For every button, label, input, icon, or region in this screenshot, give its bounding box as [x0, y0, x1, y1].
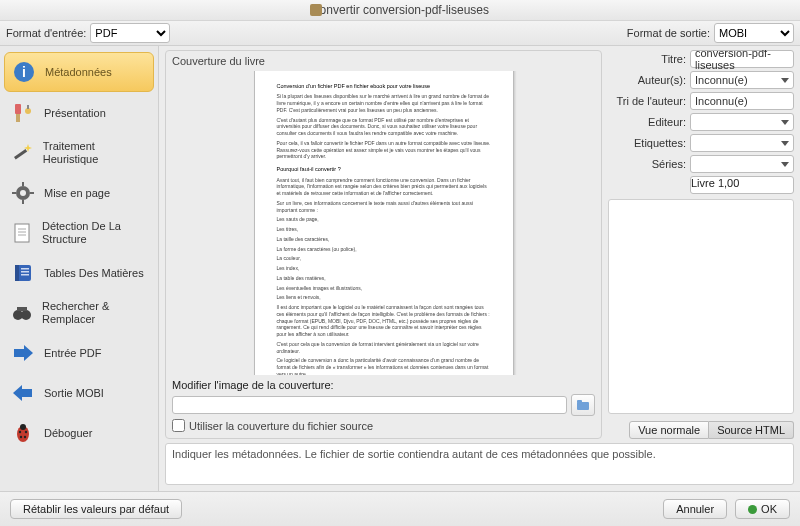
restore-defaults-button[interactable]: Rétablir les valeurs par défaut — [10, 499, 182, 519]
cover-panel: Couverture du livre Conversion d'un fich… — [165, 50, 602, 439]
wand-icon — [10, 140, 35, 166]
format-bar: Format d'entrée: PDF Format de sortie: M… — [0, 21, 800, 46]
comments-editor[interactable] — [608, 199, 794, 414]
annuler-button[interactable]: Annuler — [663, 499, 727, 519]
sidebar-item-label: Rechercher & Remplacer — [42, 300, 148, 325]
svg-rect-6 — [14, 149, 27, 159]
titre-label: Titre: — [608, 53, 686, 65]
arrow-right-icon — [10, 340, 36, 366]
svg-rect-10 — [22, 182, 24, 186]
window-title: Convertir conversion-pdf-liseuses — [311, 3, 489, 17]
svg-rect-11 — [22, 200, 24, 204]
svg-point-30 — [19, 431, 21, 433]
sidebar: i Métadonnées Présentation Traitement He… — [0, 46, 159, 491]
editeur-label: Editeur: — [608, 116, 686, 128]
svg-rect-3 — [16, 114, 20, 122]
svg-rect-2 — [15, 104, 21, 114]
svg-rect-13 — [30, 192, 34, 194]
book-icon — [10, 260, 36, 286]
cover-preview: Conversion d'un fichier PDF en fichier e… — [254, 71, 514, 375]
titre-input[interactable]: conversion-pdf-liseuses — [690, 50, 794, 68]
svg-rect-35 — [577, 400, 582, 403]
output-format-select[interactable]: MOBI — [714, 23, 794, 43]
svg-text:i: i — [22, 64, 26, 80]
footer: Rétablir les valeurs par défaut Annuler … — [0, 491, 800, 526]
input-format-select[interactable]: PDF — [90, 23, 170, 43]
sidebar-item-label: Mise en page — [44, 187, 110, 200]
etiquettes-input[interactable] — [690, 134, 794, 152]
sidebar-item-rechercher-remplacer[interactable]: Rechercher & Remplacer — [4, 294, 154, 332]
svg-rect-5 — [27, 105, 29, 109]
meta-panel: Titre: conversion-pdf-liseuses Auteur(s)… — [608, 50, 794, 439]
cover-heading: Couverture du livre — [172, 55, 595, 67]
binoculars-icon — [10, 300, 34, 326]
sidebar-item-metadonnees[interactable]: i Métadonnées — [4, 52, 154, 92]
browse-button[interactable] — [571, 394, 595, 416]
use-source-cover-label: Utiliser la couverture du fichier source — [189, 420, 373, 432]
use-source-cover-row[interactable]: Utiliser la couverture du fichier source — [172, 419, 595, 432]
tri-auteur-label: Tri de l'auteur: — [608, 95, 686, 107]
view-source-html-tab[interactable]: Source HTML — [709, 421, 794, 439]
svg-rect-34 — [577, 402, 589, 410]
svg-point-24 — [21, 310, 31, 320]
sidebar-item-label: Déboguer — [44, 427, 92, 440]
series-input[interactable] — [690, 155, 794, 173]
sidebar-item-label: Métadonnées — [45, 66, 112, 79]
sidebar-item-label: Traitement Heuristique — [43, 140, 148, 165]
description-box: Indiquer les métadonnées. Le fichier de … — [165, 443, 794, 485]
svg-point-33 — [24, 436, 26, 438]
sidebar-item-label: Tables Des Matières — [44, 267, 144, 280]
auteurs-input[interactable]: Inconnu(e) — [690, 71, 794, 89]
check-icon — [748, 505, 757, 514]
cover-path-input[interactable] — [172, 396, 567, 414]
sidebar-item-label: Sortie MOBI — [44, 387, 104, 400]
brush-icon — [10, 100, 36, 126]
tri-auteur-input[interactable]: Inconnu(e) — [690, 92, 794, 110]
svg-rect-21 — [21, 271, 29, 273]
svg-rect-14 — [15, 224, 29, 242]
sidebar-item-detection-structure[interactable]: Détection De La Structure — [4, 214, 154, 252]
view-normal-tab[interactable]: Vue normale — [629, 421, 709, 439]
sidebar-item-presentation[interactable]: Présentation — [4, 94, 154, 132]
svg-marker-27 — [13, 385, 32, 401]
info-icon: i — [11, 59, 37, 85]
svg-rect-22 — [21, 274, 29, 276]
svg-point-31 — [25, 431, 27, 433]
sidebar-item-mise-en-page[interactable]: Mise en page — [4, 174, 154, 212]
ok-button[interactable]: OK — [735, 499, 790, 519]
document-icon — [10, 220, 34, 246]
sidebar-item-deboguer[interactable]: Déboguer — [4, 414, 154, 452]
use-source-cover-checkbox[interactable] — [172, 419, 185, 432]
auteurs-label: Auteur(s): — [608, 74, 686, 86]
output-format-label: Format de sortie: — [627, 27, 710, 39]
modify-cover-label: Modifier l'image de la couverture: — [172, 379, 595, 391]
gear-icon — [10, 180, 36, 206]
svg-rect-25 — [17, 307, 27, 311]
editeur-input[interactable] — [690, 113, 794, 131]
folder-icon — [576, 399, 590, 411]
series-label: Séries: — [608, 158, 686, 170]
arrow-left-icon — [10, 380, 36, 406]
sidebar-item-label: Présentation — [44, 107, 106, 120]
svg-marker-26 — [14, 345, 33, 361]
svg-point-32 — [20, 436, 22, 438]
sidebar-item-tables-matieres[interactable]: Tables Des Matières — [4, 254, 154, 292]
app-icon — [310, 4, 322, 16]
sidebar-item-entree-pdf[interactable]: Entrée PDF — [4, 334, 154, 372]
sidebar-item-label: Détection De La Structure — [42, 220, 148, 245]
bug-icon — [10, 420, 36, 446]
sidebar-item-traitement-heuristique[interactable]: Traitement Heuristique — [4, 134, 154, 172]
input-format-label: Format d'entrée: — [6, 27, 86, 39]
svg-point-9 — [20, 190, 26, 196]
svg-point-29 — [20, 424, 26, 430]
svg-rect-12 — [12, 192, 16, 194]
sidebar-item-sortie-mobi[interactable]: Sortie MOBI — [4, 374, 154, 412]
svg-rect-19 — [15, 265, 19, 281]
titlebar: Convertir conversion-pdf-liseuses — [0, 0, 800, 21]
sidebar-item-label: Entrée PDF — [44, 347, 101, 360]
svg-rect-20 — [21, 268, 29, 270]
series-index-input[interactable]: Livre 1,00 — [690, 176, 794, 194]
etiquettes-label: Etiquettes: — [608, 137, 686, 149]
